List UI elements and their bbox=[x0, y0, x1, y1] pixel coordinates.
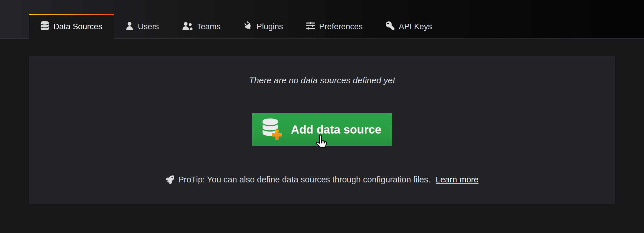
tab-label: Preferences bbox=[319, 22, 363, 31]
database-icon bbox=[40, 21, 49, 32]
tab-teams[interactable]: Teams bbox=[171, 14, 232, 39]
tab-plugins[interactable]: Plugins bbox=[232, 14, 295, 39]
tab-data-sources[interactable]: Data Sources bbox=[29, 14, 114, 39]
tab-preferences[interactable]: Preferences bbox=[295, 14, 374, 39]
add-data-source-button[interactable]: Add data source bbox=[252, 113, 392, 146]
sliders-icon bbox=[306, 21, 315, 32]
tab-label: Plugins bbox=[257, 22, 283, 31]
tab-label: Data Sources bbox=[53, 22, 102, 31]
tab-label: API Keys bbox=[399, 22, 432, 31]
page-header: Data Sources Users Teams Plugins Prefere bbox=[0, 0, 644, 39]
learn-more-link[interactable]: Learn more bbox=[436, 175, 478, 184]
users-icon bbox=[182, 21, 192, 32]
tab-users[interactable]: Users bbox=[114, 14, 171, 39]
rocket-icon bbox=[166, 175, 178, 184]
protip-text: ProTip: You can also define data sources… bbox=[178, 175, 430, 184]
user-icon bbox=[126, 21, 134, 32]
page-content: There are no data sources defined yet bbox=[0, 39, 644, 204]
tab-label: Users bbox=[138, 22, 159, 31]
tab-label: Teams bbox=[197, 22, 220, 31]
plug-icon bbox=[244, 21, 252, 32]
empty-datasources-card: There are no data sources defined yet bbox=[29, 56, 615, 204]
add-button-label: Add data source bbox=[291, 123, 381, 136]
database-plus-icon bbox=[263, 118, 283, 141]
tab-api-keys[interactable]: API Keys bbox=[374, 14, 443, 39]
empty-state-message: There are no data sources defined yet bbox=[249, 75, 395, 85]
protip-row: ProTip: You can also define data sources… bbox=[166, 175, 479, 184]
config-tabs: Data Sources Users Teams Plugins Prefere bbox=[29, 14, 443, 39]
key-icon bbox=[386, 21, 394, 32]
